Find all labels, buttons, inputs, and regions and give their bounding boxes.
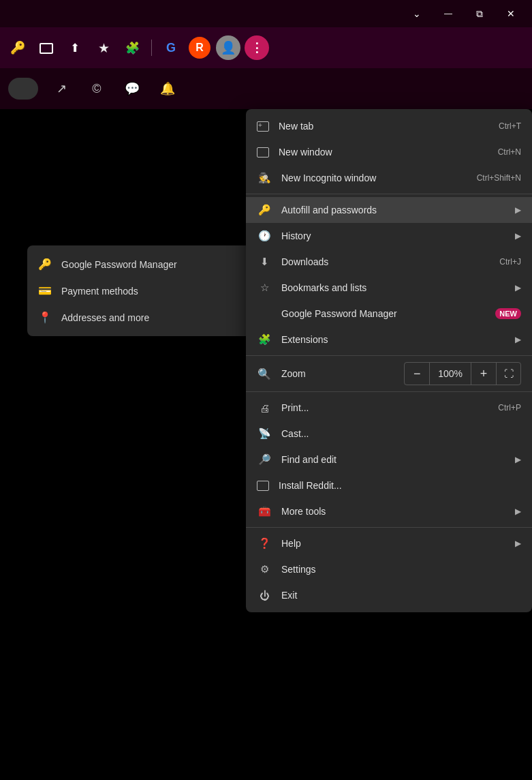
bell-icon: 🔔: [160, 81, 175, 96]
bookmarks-label: Bookmarks and lists: [281, 282, 500, 293]
nav-icon-3[interactable]: 💬: [120, 76, 144, 101]
share-btn[interactable]: ⬆: [63, 35, 87, 60]
zoom-in-btn[interactable]: +: [471, 363, 496, 385]
incognito-label: New Incognito window: [281, 172, 467, 183]
find-edit-label: Find and edit: [281, 454, 500, 465]
puzzle-icon: 🧩: [125, 41, 140, 55]
install-label: Install Reddit...: [279, 480, 521, 491]
google-icon: G: [166, 41, 176, 55]
menu-item-help[interactable]: ❓ Help ▶: [246, 530, 532, 556]
divider-2: [246, 355, 532, 356]
menu-item-downloads[interactable]: ⬇ Downloads Ctrl+J: [246, 249, 532, 275]
circle-icon: ©: [92, 82, 101, 96]
main-menu-btn[interactable]: ⋮: [245, 35, 269, 60]
menu-item-history[interactable]: 🕐 History ▶: [246, 223, 532, 249]
new-window-label: New window: [279, 147, 488, 158]
password-manager-label: Google Password Manager: [281, 308, 480, 319]
new-tab-shortcut: Ctrl+T: [499, 121, 521, 131]
menu-item-find-edit[interactable]: 🔎 Find and edit ▶: [246, 447, 532, 472]
menu-item-autofill[interactable]: 🔑 Autofill and passwords ▶: [246, 197, 532, 223]
history-arrow: ▶: [515, 231, 521, 241]
print-shortcut: Ctrl+P: [498, 403, 521, 412]
chevron-btn[interactable]: ⌄: [401, 0, 433, 27]
print-icon: 🖨: [257, 402, 272, 414]
title-bar: ⌄ — ⧉ ✕: [0, 0, 532, 27]
autofill-payment-label: Payment methods: [61, 286, 138, 297]
menu-item-incognito[interactable]: 🕵 New Incognito window Ctrl+Shift+N: [246, 165, 532, 191]
extensions-btn[interactable]: 🧩: [120, 35, 144, 60]
help-icon: ❓: [257, 537, 272, 550]
autofill-password-label: Google Password Manager: [61, 259, 177, 270]
extensions-arrow: ▶: [515, 335, 521, 344]
share-icon: ⬆: [70, 41, 80, 55]
menu-item-more-tools[interactable]: 🧰 More tools ▶: [246, 498, 532, 524]
new-tab-label: New tab: [279, 121, 489, 132]
zoom-row: 🔍 Zoom − 100% + ⛶: [246, 359, 532, 389]
reddit-icon: R: [189, 37, 210, 59]
browser-toolbar: 🔑 ⬆ ★ 🧩 G R 👤 ⋮: [0, 27, 532, 68]
menu-item-install[interactable]: Install Reddit...: [246, 472, 532, 498]
new-window-shortcut: Ctrl+N: [498, 147, 521, 157]
history-label: History: [281, 230, 500, 241]
help-label: Help: [281, 538, 500, 549]
menu-item-password-manager[interactable]: Google Password Manager NEW: [246, 301, 532, 327]
cast-icon: 📡: [257, 427, 272, 440]
history-icon: 🕐: [257, 230, 272, 242]
autofill-label: Autofill and passwords: [281, 205, 500, 215]
new-window-icon: [257, 147, 269, 158]
nav-pill: [8, 78, 38, 100]
key-icon-btn[interactable]: 🔑: [5, 35, 30, 60]
autofill-addresses-label: Addresses and more: [61, 312, 149, 323]
menu-item-print[interactable]: 🖨 Print... Ctrl+P: [246, 395, 532, 421]
screenshot-btn[interactable]: [34, 35, 59, 60]
autofill-payment[interactable]: 💳 Payment methods: [27, 278, 259, 304]
menu-item-cast[interactable]: 📡 Cast...: [246, 421, 532, 447]
bookmarks-arrow: ▶: [515, 283, 521, 292]
autofill-password-manager[interactable]: 🔑 Google Password Manager: [27, 251, 259, 278]
nav-icon-4[interactable]: 🔔: [155, 76, 180, 101]
divider-3: [246, 391, 532, 392]
nav-icon-2[interactable]: ©: [84, 76, 109, 101]
more-tools-label: More tools: [281, 506, 500, 517]
autofill-submenu: 🔑 Google Password Manager 💳 Payment meth…: [27, 245, 259, 336]
credit-card-icon: 💳: [38, 284, 52, 297]
fullscreen-icon: ⛶: [504, 368, 514, 379]
autofill-arrow: ▶: [515, 205, 521, 215]
print-label: Print...: [281, 402, 488, 413]
zoom-fullscreen-btn[interactable]: ⛶: [496, 363, 520, 385]
zoom-controls: − 100% + ⛶: [404, 362, 521, 385]
extensions-label: Extensions: [281, 334, 500, 345]
reddit-icon-btn[interactable]: R: [187, 35, 212, 60]
zoom-label: Zoom: [281, 368, 404, 379]
nav-icon-1[interactable]: ↗: [49, 76, 74, 101]
install-icon: [257, 481, 269, 491]
menu-item-exit[interactable]: ⏻ Exit: [246, 582, 532, 608]
new-badge: NEW: [495, 308, 521, 319]
bookmark-btn[interactable]: ★: [91, 35, 116, 60]
menu-item-new-tab[interactable]: + New tab Ctrl+T: [246, 113, 532, 139]
minimize-btn[interactable]: —: [433, 0, 464, 27]
more-tools-icon: 🧰: [257, 505, 272, 518]
bookmark-icon: ☆: [257, 282, 272, 294]
close-btn[interactable]: ✕: [495, 0, 527, 27]
main-dropdown-menu: + New tab Ctrl+T New window Ctrl+N 🕵 New…: [246, 109, 532, 612]
zoom-value: 100%: [429, 363, 471, 385]
menu-item-settings[interactable]: ⚙ Settings: [246, 556, 532, 582]
restore-btn[interactable]: ⧉: [464, 0, 495, 27]
autofill-icon: 🔑: [257, 204, 272, 216]
settings-icon: ⚙: [257, 563, 272, 575]
profile-avatar[interactable]: 👤: [216, 35, 240, 60]
zoom-out-btn[interactable]: −: [405, 363, 429, 385]
menu-item-extensions[interactable]: 🧩 Extensions ▶: [246, 327, 532, 352]
menu-item-new-window[interactable]: New window Ctrl+N: [246, 139, 532, 165]
menu-item-bookmarks[interactable]: ☆ Bookmarks and lists ▶: [246, 275, 532, 301]
screenshot-icon: [40, 43, 53, 54]
google-account-btn[interactable]: G: [159, 35, 183, 60]
three-dots-icon: ⋮: [251, 40, 263, 55]
zoom-icon: 🔍: [257, 368, 272, 380]
new-tab-icon: +: [257, 121, 269, 132]
settings-label: Settings: [281, 564, 521, 575]
autofill-addresses[interactable]: 📍 Addresses and more: [27, 304, 259, 331]
divider-1: [246, 194, 532, 194]
exit-icon: ⏻: [257, 590, 272, 601]
